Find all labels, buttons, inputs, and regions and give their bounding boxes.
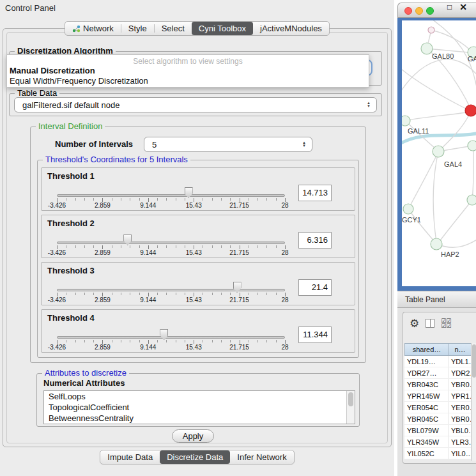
table-row[interactable]: YBL079WYBL0… bbox=[404, 425, 472, 436]
network-node-hap2[interactable] bbox=[431, 238, 442, 250]
cell-shared-name: YIL052C bbox=[404, 448, 449, 459]
network-node-gcy1[interactable] bbox=[403, 204, 413, 214]
dropdown-placeholder: Select algorithm to view settings bbox=[7, 55, 369, 66]
edge bbox=[431, 30, 472, 52]
cell-name: YLR3… bbox=[449, 436, 472, 447]
slider-track[interactable] bbox=[57, 336, 285, 339]
scrollbar-thumb[interactable] bbox=[472, 344, 476, 378]
cell-name: YBL0… bbox=[449, 425, 472, 436]
threshold-value-field[interactable]: 11.344 bbox=[298, 326, 332, 343]
gear-icon[interactable]: ⚙ bbox=[410, 318, 419, 329]
table-data-combobox[interactable]: galFiltered.sif default node ▲▼ bbox=[14, 97, 377, 112]
edge bbox=[472, 148, 473, 200]
cell-shared-name: YER054C bbox=[404, 402, 449, 413]
numerical-attributes-list[interactable]: SelfLoopsTopologicalCoefficientBetweenne… bbox=[43, 390, 355, 424]
tab-label: Select bbox=[162, 24, 185, 33]
node-label: GAL4 bbox=[444, 160, 462, 168]
slider-track[interactable] bbox=[57, 289, 285, 291]
close-window-icon[interactable]: ✕ bbox=[459, 2, 467, 12]
edge bbox=[402, 65, 466, 109]
table-data-value: galFiltered.sif default node bbox=[15, 100, 367, 110]
network-canvas-frame: GAL80GAGAL11GAL4GCY1HAP2 bbox=[397, 18, 476, 291]
tick-label: -3.426 bbox=[48, 249, 66, 256]
network-node-gal11[interactable] bbox=[402, 116, 410, 126]
tab-impute-data[interactable]: Impute Data bbox=[100, 450, 160, 464]
tab-network[interactable]: Network bbox=[65, 22, 121, 35]
tab-select[interactable]: Select bbox=[155, 22, 192, 35]
network-canvas[interactable]: GAL80GAGAL11GAL4GCY1HAP2 bbox=[402, 20, 476, 286]
number-of-intervals-combobox[interactable]: 5 ▲▼ bbox=[144, 137, 312, 152]
node-label: HAP2 bbox=[441, 250, 459, 258]
tick-label: 15.43 bbox=[186, 296, 202, 303]
table-panel-header[interactable]: Table Panel bbox=[397, 291, 476, 308]
apply-button[interactable]: Apply bbox=[172, 429, 214, 443]
network-node-gal80[interactable] bbox=[421, 43, 433, 54]
table-scrollbar[interactable] bbox=[471, 343, 476, 461]
screenshot-root: Control Panel Network Style bbox=[0, 0, 476, 476]
table-data-label: Table Data bbox=[15, 88, 59, 98]
number-of-intervals-label: Number of Intervals bbox=[55, 139, 133, 149]
tick-label: 28 bbox=[281, 202, 288, 209]
numerical-attribute-item[interactable]: BetweennessCentrality bbox=[44, 413, 355, 424]
close-traffic-light[interactable] bbox=[404, 7, 412, 15]
threshold-label: Threshold 1 bbox=[47, 171, 95, 181]
minimize-traffic-light[interactable] bbox=[415, 7, 423, 15]
columns-icon-divider bbox=[430, 319, 431, 327]
tab-discretize-data[interactable]: Discretize Data bbox=[160, 450, 230, 464]
cell-name: YBR0… bbox=[449, 413, 472, 424]
tab-style[interactable]: Style bbox=[121, 22, 154, 35]
tick-label: 28 bbox=[281, 296, 288, 303]
tab-infer-network[interactable]: Infer Network bbox=[230, 450, 293, 464]
control-panel-title: Control Panel bbox=[5, 3, 56, 13]
tab-label: Infer Network bbox=[237, 452, 286, 462]
edge bbox=[436, 238, 476, 247]
threshold-label: Threshold 4 bbox=[47, 313, 95, 323]
tick-label: 9.144 bbox=[140, 202, 156, 209]
node-label: GAL11 bbox=[408, 127, 429, 135]
table-row[interactable]: YDL19…YDL1… bbox=[404, 356, 472, 367]
float-window-icon[interactable]: □ bbox=[447, 3, 452, 12]
zoom-traffic-light[interactable] bbox=[426, 7, 434, 15]
columns-icon[interactable] bbox=[425, 319, 435, 328]
table-header-row: shared… n… bbox=[404, 343, 472, 356]
tab-cyni-toolbox[interactable]: Cyni Toolbox bbox=[192, 22, 253, 35]
network-node[interactable] bbox=[465, 105, 476, 116]
table-row[interactable]: YIL052CYIL0… bbox=[404, 448, 472, 459]
table-row[interactable]: YER054CYER0… bbox=[404, 402, 472, 413]
table-row[interactable]: YLR345WYLR3… bbox=[404, 436, 472, 448]
table-row[interactable]: YPR145WYPR1… bbox=[404, 390, 472, 402]
threshold-value-field[interactable]: 14.713 bbox=[298, 185, 332, 201]
attributes-list-scrollbar[interactable] bbox=[346, 391, 355, 424]
network-node-gal4[interactable] bbox=[433, 146, 444, 157]
tick-label: 2.859 bbox=[95, 296, 111, 303]
tab-label: Discretize Data bbox=[167, 452, 223, 462]
tick-label: 2.859 bbox=[95, 249, 111, 256]
cyni-bottom-tab-bar: Impute Data Discretize Data Infer Networ… bbox=[100, 450, 294, 464]
tick-label: 28 bbox=[281, 249, 288, 256]
select-columns-icon[interactable]: ☑ ☑ ☑ ☑ bbox=[441, 318, 455, 328]
network-node[interactable] bbox=[467, 195, 476, 205]
slider-track[interactable] bbox=[57, 194, 285, 197]
column-header-shared-name[interactable]: shared… bbox=[404, 343, 449, 356]
tick-label: 2.859 bbox=[95, 344, 111, 351]
network-node[interactable] bbox=[468, 141, 476, 151]
table-row[interactable]: YBR045CYBR0… bbox=[404, 413, 472, 425]
dropdown-item-manual-discretization[interactable]: Manual Discretization bbox=[7, 66, 369, 76]
numerical-attribute-item[interactable]: TopologicalCoefficient bbox=[44, 402, 355, 413]
column-header-name[interactable]: n… bbox=[449, 343, 472, 356]
threshold-value-field[interactable]: 6.316 bbox=[298, 232, 332, 249]
cell-name: YPR1… bbox=[449, 390, 472, 401]
threshold-value-field[interactable]: 21.4 bbox=[298, 279, 332, 296]
scrollbar-thumb[interactable] bbox=[348, 392, 353, 406]
algorithm-dropdown-popup: Select algorithm to view settings Manual… bbox=[6, 54, 369, 88]
slider-track[interactable] bbox=[57, 242, 285, 244]
edge bbox=[439, 200, 472, 242]
cell-name: YDL1… bbox=[449, 356, 472, 367]
tick-label: 28 bbox=[281, 344, 288, 351]
table-row[interactable]: YDR27…YDR2… bbox=[404, 367, 472, 379]
dropdown-item-equal-width-frequency[interactable]: Equal Width/Frequency Discretization bbox=[7, 76, 369, 86]
table-row[interactable]: YBR043CYBR0… bbox=[404, 379, 472, 390]
tab-jactivemnodules[interactable]: jActiveMNodules bbox=[253, 22, 329, 35]
numerical-attribute-item[interactable]: SelfLoops bbox=[44, 391, 355, 402]
network-node[interactable] bbox=[428, 27, 434, 33]
